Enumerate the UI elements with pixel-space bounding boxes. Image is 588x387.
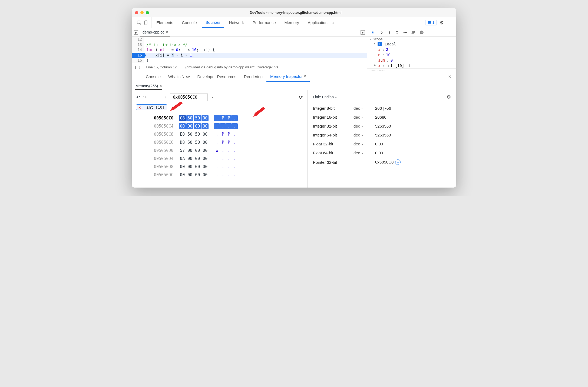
settings-icon[interactable]: ⚙ (440, 20, 444, 26)
format-select[interactable]: dec⌄ (354, 115, 375, 119)
hex-address: 005050DC (152, 171, 176, 179)
drawer-tabs: ⋮ Console What's New Developer Resources… (132, 71, 456, 82)
hex-row[interactable]: 005050C0 C8505000 .PP. (152, 114, 239, 122)
code-editor[interactable]: 12 13/* initialize x */ 14for (int i = 0… (132, 37, 367, 63)
value-row-int8: Integer 8-bit dec⌄ 200 | -56 (313, 104, 451, 113)
svg-rect-1 (145, 21, 147, 25)
jump-to-address-icon[interactable]: → (395, 159, 401, 165)
tab-application[interactable]: Application (304, 18, 331, 28)
pause-exceptions-icon[interactable] (419, 30, 424, 35)
drawer-tab-rendering[interactable]: Rendering (240, 72, 266, 82)
close-icon[interactable]: × (160, 84, 162, 88)
memory-subtab-bar: Memory(256) × (132, 82, 456, 90)
scope-header[interactable]: ▼Scope (367, 37, 456, 41)
drawer-menu-icon[interactable]: ⋮ (134, 74, 142, 80)
tab-console[interactable]: Console (178, 18, 201, 28)
more-menu-icon[interactable]: ⋮ (447, 20, 451, 26)
tab-elements[interactable]: Elements (153, 18, 177, 28)
close-drawer-icon[interactable]: × (448, 74, 451, 80)
messages-count: 1 (432, 21, 434, 25)
address-input[interactable] (170, 94, 208, 101)
format-select[interactable]: dec⌄ (354, 106, 375, 111)
drawer-tab-memory-inspector[interactable]: Memory Inspector × (266, 72, 310, 82)
endianness-select[interactable]: Little Endian (313, 95, 334, 99)
scope-panel: ▼Scope ▼LLocal i: 2 n: 10 sum: 0 ▶x: int… (367, 37, 456, 71)
hex-row[interactable]: 005050DC 00000000 .... (152, 171, 239, 179)
refresh-icon[interactable]: ⟳ (299, 94, 303, 100)
deactivate-breakpoints-icon[interactable] (411, 30, 416, 35)
svg-rect-2 (146, 21, 146, 21)
svg-rect-11 (422, 32, 422, 33)
memory-subtab[interactable]: Memory(256) × (135, 83, 162, 90)
code-text (144, 37, 146, 42)
value-row-int32: Integer 32-bit dec⌄ 5263560 (313, 122, 451, 131)
value-row-pointer32: Pointer 32-bit 0x5050C8→ (313, 157, 451, 167)
step-into-icon[interactable] (387, 30, 392, 35)
chevron-down-icon: ⌄ (334, 95, 337, 99)
scope-var-sum[interactable]: sum: 0 (367, 58, 456, 63)
format-select[interactable]: dec⌄ (354, 124, 375, 128)
hex-address: 005050D0 (152, 146, 176, 155)
prev-page-icon[interactable]: ‹ (163, 95, 168, 100)
prettyprint-icon[interactable]: { } (134, 65, 143, 69)
snippets-run-icon[interactable]: ▸ (361, 30, 365, 35)
hex-row[interactable]: 005050C8 E0505000 .PP. (152, 130, 239, 138)
resume-icon[interactable] (370, 30, 375, 35)
hex-address: 005050CC (152, 138, 176, 146)
svg-point-5 (389, 34, 390, 34)
format-select[interactable]: dec⌄ (354, 142, 375, 146)
more-tabs-icon[interactable]: » (332, 21, 335, 25)
value-row-int16: Integer 16-bit dec⌄ 20680 (313, 113, 451, 122)
close-icon[interactable]: × (166, 30, 168, 34)
svg-point-9 (420, 31, 424, 34)
main-tabs: Elements Console Sources Network Perform… (132, 17, 456, 28)
line-number: 16 (132, 58, 144, 63)
format-select[interactable]: dec⌄ (354, 133, 375, 137)
object-chip[interactable]: x: int [10] (136, 104, 167, 110)
code-text: } (144, 58, 148, 63)
step-over-icon[interactable] (379, 30, 384, 35)
memory-chip-icon[interactable] (406, 64, 409, 67)
messages-badge[interactable]: 1 (425, 20, 437, 25)
value-settings-icon[interactable]: ⚙ (447, 94, 451, 100)
drawer-tab-console[interactable]: Console (142, 72, 164, 82)
svg-point-6 (397, 34, 398, 34)
memory-viewer: ↶ ↷ ‹ › ⟳ x: int [10] 005050C0 (132, 90, 308, 188)
close-icon[interactable]: × (304, 74, 306, 78)
file-tab-demo-cpp[interactable]: demo-cpp.cc × (140, 28, 170, 36)
callstack-header[interactable]: Call Stack (367, 68, 456, 71)
close-window-button[interactable] (135, 11, 138, 14)
hex-row[interactable]: 005050CC D8505000 .PP. (152, 138, 239, 146)
tab-network[interactable]: Network (225, 18, 248, 28)
hex-row[interactable]: 005050D0 57000000 W... (152, 146, 239, 155)
hex-address: 005050C8 (152, 130, 176, 138)
hex-row[interactable]: 005050D4 0A000000 .... (152, 155, 239, 163)
tab-memory[interactable]: Memory (281, 18, 303, 28)
hex-table: 005050C0 C8505000 .PP. 005050C4 00000000… (152, 114, 239, 179)
hex-row[interactable]: 005050C4 00000000 .... (152, 122, 239, 130)
drawer-tab-devres[interactable]: Developer Resources (194, 72, 240, 82)
step-out-icon[interactable] (395, 30, 399, 35)
hex-address: 005050D4 (152, 155, 176, 163)
format-select[interactable]: dec⌄ (354, 151, 375, 155)
next-page-icon[interactable]: › (210, 95, 214, 100)
scope-local[interactable]: ▼LLocal (367, 41, 456, 47)
line-number: 13 (132, 42, 144, 48)
navigator-toggle-icon[interactable]: ▸ (134, 30, 138, 35)
tab-sources[interactable]: Sources (202, 18, 224, 28)
scope-var-x[interactable]: ▶x: int [10] (367, 63, 456, 68)
line-number: 14 (132, 47, 144, 53)
svg-rect-10 (421, 32, 421, 33)
redo-icon[interactable]: ↷ (143, 94, 147, 100)
hex-row[interactable]: 005050D8 00000000 .... (152, 163, 239, 171)
tab-performance[interactable]: Performance (249, 18, 280, 28)
scope-var-i[interactable]: i: 2 (367, 47, 456, 52)
wasm-link[interactable]: demo-cpp.wasm (229, 65, 254, 69)
inspect-icon[interactable] (137, 20, 141, 25)
scope-var-n[interactable]: n: 10 (367, 52, 456, 58)
undo-icon[interactable]: ↶ (136, 94, 140, 100)
drawer-tab-whatsnew[interactable]: What's New (164, 72, 194, 82)
file-tab-label: demo-cpp.cc (143, 30, 164, 34)
device-toggle-icon[interactable] (144, 20, 148, 25)
step-icon[interactable] (402, 30, 407, 35)
